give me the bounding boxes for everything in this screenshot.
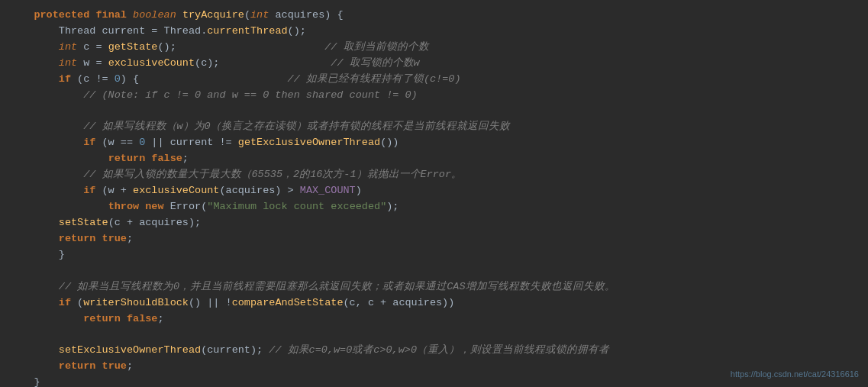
code-line: // 如果当且写线程数为0，并且当前线程需要阻塞那么就返回失败；或者如果通过CA… [0,279,868,295]
code-line [0,104,868,120]
code-line: return false; [0,311,868,327]
code-line: throw new Error("Maximum lock count exce… [0,199,868,215]
code-line: int w = exclusiveCount(c); // 取写锁的个数w [0,56,868,72]
code-line: return true; [0,231,868,247]
code-line: // (Note: if c != 0 and w == 0 then shar… [0,88,868,104]
code-line [0,263,868,279]
code-line: // 如果写线程数（w）为0（换言之存在读锁）或者持有锁的线程不是当前线程就返回… [0,119,868,135]
code-line: if (writerShouldBlock() || !compareAndSe… [0,295,868,311]
code-container: protected final boolean tryAcquire(int a… [0,0,868,387]
watermark-url: https://blog.csdn.net/cat/24316616 [731,368,859,381]
code-line: setExclusiveOwnerThread(current); // 如果c… [0,343,868,359]
code-line: int c = getState(); // 取到当前锁的个数 [0,40,868,56]
code-line: if (w + exclusiveCount(acquires) > MAX_C… [0,183,868,199]
code-line: return false; [0,151,868,167]
code-line: Thread current = Thread.currentThread(); [0,24,868,40]
code-line: if (w == 0 || current != getExclusiveOwn… [0,135,868,151]
code-line: setState(c + acquires); [0,215,868,231]
code-line: // 如果写入锁的数量大于最大数（65535，2的16次方-1）就抛出一个Err… [0,167,868,183]
code-line: } [0,247,868,263]
code-line: protected final boolean tryAcquire(int a… [0,8,868,24]
code-line [0,327,868,343]
code-line: if (c != 0) { // 如果已经有线程持有了锁(c!=0) [0,72,868,88]
